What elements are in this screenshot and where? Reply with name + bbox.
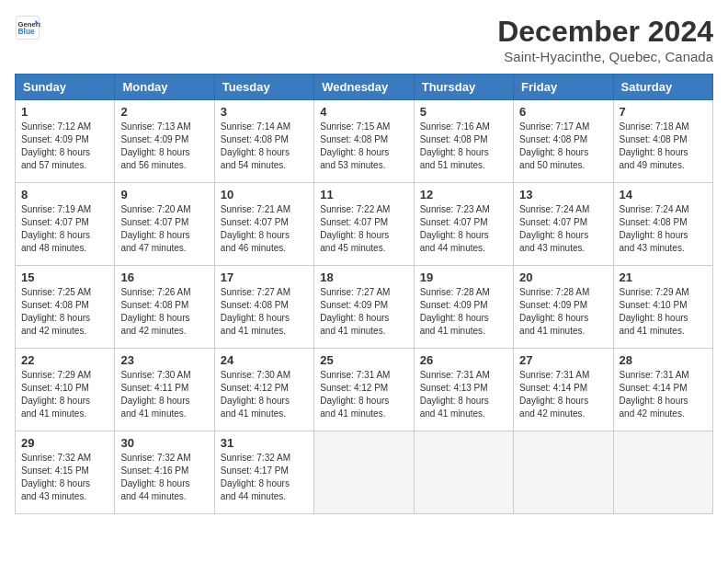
calendar-cell: 4Sunrise: 7:15 AMSunset: 4:08 PMDaylight… bbox=[314, 100, 414, 183]
day-number: 26 bbox=[420, 353, 507, 367]
day-number: 27 bbox=[519, 353, 607, 367]
calendar-cell: 12Sunrise: 7:23 AMSunset: 4:07 PMDayligh… bbox=[414, 183, 513, 266]
day-number: 16 bbox=[120, 270, 208, 284]
day-info: Sunrise: 7:14 AMSunset: 4:08 PMDaylight:… bbox=[221, 121, 308, 172]
day-info: Sunrise: 7:24 AMSunset: 4:07 PMDaylight:… bbox=[519, 203, 607, 255]
location-title: Saint-Hyacinthe, Quebec, Canada bbox=[497, 49, 713, 64]
day-info: Sunrise: 7:15 AMSunset: 4:08 PMDaylight:… bbox=[320, 121, 407, 172]
day-info: Sunrise: 7:27 AMSunset: 4:08 PMDaylight:… bbox=[221, 286, 308, 338]
calendar-cell: 21Sunrise: 7:29 AMSunset: 4:10 PMDayligh… bbox=[613, 266, 712, 349]
calendar-cell: 19Sunrise: 7:28 AMSunset: 4:09 PMDayligh… bbox=[414, 266, 513, 349]
day-info: Sunrise: 7:28 AMSunset: 4:09 PMDaylight:… bbox=[519, 286, 607, 338]
day-info: Sunrise: 7:31 AMSunset: 4:13 PMDaylight:… bbox=[420, 369, 507, 420]
logo-icon: General Blue bbox=[15, 15, 40, 40]
day-number: 4 bbox=[320, 105, 407, 119]
day-number: 22 bbox=[21, 353, 108, 367]
day-number: 6 bbox=[519, 105, 607, 119]
calendar-cell: 18Sunrise: 7:27 AMSunset: 4:09 PMDayligh… bbox=[314, 266, 414, 349]
calendar-cell bbox=[414, 431, 513, 514]
calendar-row: 1Sunrise: 7:12 AMSunset: 4:09 PMDaylight… bbox=[16, 100, 713, 183]
day-info: Sunrise: 7:31 AMSunset: 4:14 PMDaylight:… bbox=[620, 369, 707, 420]
calendar-row: 8Sunrise: 7:19 AMSunset: 4:07 PMDaylight… bbox=[16, 183, 713, 266]
day-number: 8 bbox=[21, 188, 108, 201]
calendar-cell: 8Sunrise: 7:19 AMSunset: 4:07 PMDaylight… bbox=[16, 183, 115, 266]
logo: General Blue bbox=[15, 15, 44, 40]
day-header-saturday: Saturday bbox=[613, 75, 712, 100]
day-header-friday: Friday bbox=[514, 75, 613, 100]
day-info: Sunrise: 7:32 AMSunset: 4:17 PMDaylight:… bbox=[221, 452, 308, 503]
calendar-table: SundayMondayTuesdayWednesdayThursdayFrid… bbox=[15, 74, 713, 514]
day-number: 29 bbox=[21, 436, 108, 450]
svg-text:Blue: Blue bbox=[18, 27, 35, 36]
day-number: 15 bbox=[21, 270, 108, 284]
day-header-tuesday: Tuesday bbox=[214, 75, 313, 100]
day-info: Sunrise: 7:19 AMSunset: 4:07 PMDaylight:… bbox=[21, 203, 108, 255]
day-info: Sunrise: 7:30 AMSunset: 4:12 PMDaylight:… bbox=[221, 369, 308, 420]
day-info: Sunrise: 7:28 AMSunset: 4:09 PMDaylight:… bbox=[420, 286, 507, 338]
day-info: Sunrise: 7:18 AMSunset: 4:08 PMDaylight:… bbox=[620, 121, 707, 172]
day-info: Sunrise: 7:24 AMSunset: 4:08 PMDaylight:… bbox=[620, 203, 707, 255]
day-number: 2 bbox=[120, 105, 208, 119]
calendar-row: 22Sunrise: 7:29 AMSunset: 4:10 PMDayligh… bbox=[16, 349, 713, 431]
page-header: General Blue December 2024 Saint-Hyacint… bbox=[15, 15, 713, 64]
day-info: Sunrise: 7:20 AMSunset: 4:07 PMDaylight:… bbox=[120, 203, 208, 255]
calendar-cell: 24Sunrise: 7:30 AMSunset: 4:12 PMDayligh… bbox=[214, 349, 313, 431]
day-info: Sunrise: 7:32 AMSunset: 4:16 PMDaylight:… bbox=[120, 452, 208, 503]
day-header-wednesday: Wednesday bbox=[314, 75, 414, 100]
day-header-sunday: Sunday bbox=[16, 75, 115, 100]
calendar-cell: 28Sunrise: 7:31 AMSunset: 4:14 PMDayligh… bbox=[613, 349, 712, 431]
calendar-cell: 20Sunrise: 7:28 AMSunset: 4:09 PMDayligh… bbox=[514, 266, 613, 349]
day-info: Sunrise: 7:22 AMSunset: 4:07 PMDaylight:… bbox=[320, 203, 407, 255]
day-header-monday: Monday bbox=[115, 75, 214, 100]
day-info: Sunrise: 7:31 AMSunset: 4:14 PMDaylight:… bbox=[519, 369, 607, 420]
day-info: Sunrise: 7:25 AMSunset: 4:08 PMDaylight:… bbox=[21, 286, 108, 338]
calendar-cell: 3Sunrise: 7:14 AMSunset: 4:08 PMDaylight… bbox=[214, 100, 313, 183]
day-info: Sunrise: 7:23 AMSunset: 4:07 PMDaylight:… bbox=[420, 203, 507, 255]
day-number: 7 bbox=[620, 105, 707, 119]
calendar-cell: 6Sunrise: 7:17 AMSunset: 4:08 PMDaylight… bbox=[514, 100, 613, 183]
day-info: Sunrise: 7:29 AMSunset: 4:10 PMDaylight:… bbox=[21, 369, 108, 420]
title-block: December 2024 Saint-Hyacinthe, Quebec, C… bbox=[497, 15, 713, 64]
day-number: 18 bbox=[320, 270, 407, 284]
calendar-cell: 31Sunrise: 7:32 AMSunset: 4:17 PMDayligh… bbox=[214, 431, 313, 514]
calendar-cell: 27Sunrise: 7:31 AMSunset: 4:14 PMDayligh… bbox=[514, 349, 613, 431]
day-number: 13 bbox=[519, 188, 607, 201]
day-number: 23 bbox=[120, 353, 208, 367]
day-info: Sunrise: 7:26 AMSunset: 4:08 PMDaylight:… bbox=[120, 286, 208, 338]
day-number: 28 bbox=[620, 353, 707, 367]
calendar-cell: 17Sunrise: 7:27 AMSunset: 4:08 PMDayligh… bbox=[214, 266, 313, 349]
calendar-cell bbox=[613, 431, 712, 514]
calendar-cell: 16Sunrise: 7:26 AMSunset: 4:08 PMDayligh… bbox=[115, 266, 214, 349]
day-number: 14 bbox=[620, 188, 707, 201]
day-info: Sunrise: 7:30 AMSunset: 4:11 PMDaylight:… bbox=[120, 369, 208, 420]
day-info: Sunrise: 7:27 AMSunset: 4:09 PMDaylight:… bbox=[320, 286, 407, 338]
calendar-cell: 15Sunrise: 7:25 AMSunset: 4:08 PMDayligh… bbox=[16, 266, 115, 349]
day-number: 5 bbox=[420, 105, 507, 119]
day-number: 10 bbox=[221, 188, 308, 201]
calendar-row: 15Sunrise: 7:25 AMSunset: 4:08 PMDayligh… bbox=[16, 266, 713, 349]
day-number: 25 bbox=[320, 353, 407, 367]
calendar-cell: 2Sunrise: 7:13 AMSunset: 4:09 PMDaylight… bbox=[115, 100, 214, 183]
calendar-cell bbox=[314, 431, 414, 514]
day-number: 12 bbox=[420, 188, 507, 201]
day-number: 19 bbox=[420, 270, 507, 284]
calendar-cell: 11Sunrise: 7:22 AMSunset: 4:07 PMDayligh… bbox=[314, 183, 414, 266]
day-info: Sunrise: 7:29 AMSunset: 4:10 PMDaylight:… bbox=[620, 286, 707, 338]
calendar-cell: 14Sunrise: 7:24 AMSunset: 4:08 PMDayligh… bbox=[613, 183, 712, 266]
day-number: 11 bbox=[320, 188, 407, 201]
calendar-cell: 7Sunrise: 7:18 AMSunset: 4:08 PMDaylight… bbox=[613, 100, 712, 183]
day-info: Sunrise: 7:21 AMSunset: 4:07 PMDaylight:… bbox=[221, 203, 308, 255]
calendar-cell: 26Sunrise: 7:31 AMSunset: 4:13 PMDayligh… bbox=[414, 349, 513, 431]
day-number: 31 bbox=[221, 436, 308, 450]
day-number: 30 bbox=[120, 436, 208, 450]
calendar-row: 29Sunrise: 7:32 AMSunset: 4:15 PMDayligh… bbox=[16, 431, 713, 514]
day-number: 1 bbox=[21, 105, 108, 119]
calendar-cell: 30Sunrise: 7:32 AMSunset: 4:16 PMDayligh… bbox=[115, 431, 214, 514]
day-number: 24 bbox=[221, 353, 308, 367]
day-number: 9 bbox=[120, 188, 208, 201]
calendar-cell: 25Sunrise: 7:31 AMSunset: 4:12 PMDayligh… bbox=[314, 349, 414, 431]
calendar-cell: 13Sunrise: 7:24 AMSunset: 4:07 PMDayligh… bbox=[514, 183, 613, 266]
day-number: 21 bbox=[620, 270, 707, 284]
calendar-cell bbox=[514, 431, 613, 514]
day-info: Sunrise: 7:31 AMSunset: 4:12 PMDaylight:… bbox=[320, 369, 407, 420]
